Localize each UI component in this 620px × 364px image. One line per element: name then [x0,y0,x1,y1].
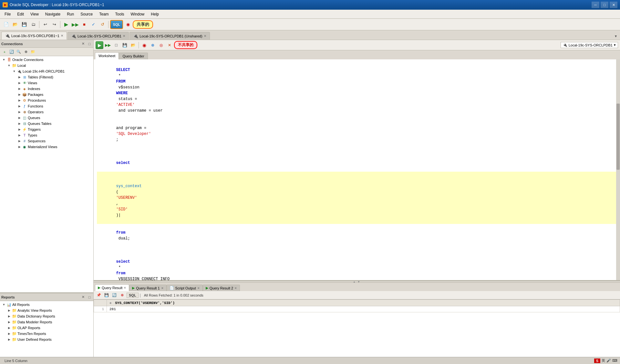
sql-commit-btn[interactable]: ◎ [157,41,165,49]
menu-help[interactable]: Help [148,11,162,18]
result-tab-query[interactable]: ▶ Query Result ✕ [95,284,129,291]
connections-close-btn[interactable]: ✕ [80,41,86,46]
query-builder-tab[interactable]: Query Builder [119,53,148,59]
conn-tab-1[interactable]: 🔌 Local-19c-SYS-ORCLPDB1~1 ✕ [1,32,67,40]
redo-button[interactable]: ↪ [50,20,58,29]
sql-open-btn[interactable]: 📂 [129,41,137,49]
commit-button[interactable]: ✓ [89,20,98,29]
tree-procedures[interactable]: ▶ ⚙ Procedures [0,97,93,103]
rollback-button[interactable]: ↺ [98,20,107,29]
close-button[interactable]: ✕ [610,2,617,8]
connections-detach-btn[interactable]: □ [87,41,92,46]
expander-user-reports[interactable]: ▶ [6,337,12,342]
expander-functions[interactable]: ▶ [17,104,22,109]
tree-queues-tables[interactable]: ▶ ⊟ Queues Tables [0,121,93,126]
menu-edit[interactable]: Edit [14,11,27,18]
sql-disconnect-btn[interactable]: ⊗ [149,41,157,49]
tree-sequences[interactable]: ▶ # Sequences [0,138,93,144]
result-tab-query1[interactable]: ▶ Query Result 1 ✕ [129,285,166,291]
sql-stop-btn[interactable]: ⊡ [112,41,120,49]
sql-run-script-btn[interactable]: ▶▶ [104,41,112,49]
result-tab-script[interactable]: 📄 Script Output ✕ [167,285,203,291]
expander-oracle[interactable]: ▼ [1,57,6,62]
conn-refresh-btn[interactable]: 🔄 [8,49,15,55]
tree-olap-reports[interactable]: ▶ 📁 OLAP Reports [0,325,93,331]
menu-source[interactable]: Source [77,11,96,18]
tree-views[interactable]: ▶ 👁 Views [0,80,93,86]
undo-button[interactable]: ↩ [41,20,49,29]
open-button[interactable]: 📂 [11,20,19,29]
expander-data-dict[interactable]: ▶ [6,314,12,319]
sql-connect-btn[interactable]: ◉ [140,41,148,49]
stop-button[interactable]: ■ [80,20,88,29]
tree-triggers[interactable]: ▶ ⚡ Triggers [0,126,93,132]
expander-mat-views[interactable]: ▶ [17,144,22,149]
tree-user-reports[interactable]: ▶ 📁 User Defined Reports [0,337,93,342]
history-button[interactable]: ◉ [124,20,132,29]
sql-save-btn[interactable]: 💾 [121,41,129,49]
menu-view[interactable]: View [27,11,42,18]
tree-connection-hr[interactable]: ▼ 🔌 Local-19c-HR-ORCLPDB1 [0,68,93,74]
expander-operators[interactable]: ▶ [17,109,22,115]
tree-all-reports[interactable]: ▼ 📊 All Reports [0,302,93,308]
tabs-overflow[interactable]: ▾ [613,33,619,40]
expander-analytic[interactable]: ▶ [6,308,12,313]
conn-add-btn[interactable]: + [1,49,8,55]
expander-indexes[interactable]: ▶ [17,86,22,91]
result-tab-query1-close[interactable]: ✕ [161,287,164,290]
result-pin-btn[interactable]: 📌 [96,292,102,298]
save-all-button[interactable]: 🗂 [29,20,37,29]
new-button[interactable]: 📄 [2,20,10,29]
result-refresh-btn[interactable]: 🔄 [111,292,118,298]
conn-schema-btn[interactable]: ⊕ [23,49,29,55]
tree-packages[interactable]: ▶ 📦 Packages [0,92,93,97]
expander-sequences[interactable]: ▶ [17,138,22,144]
minimize-button[interactable]: ─ [592,2,599,8]
run-button[interactable]: ▶ [62,20,70,29]
result-save-btn[interactable]: 💾 [103,292,110,298]
expander-triggers[interactable]: ▶ [17,127,22,132]
expander-timesten[interactable]: ▶ [6,331,12,336]
result-tab-query2[interactable]: ▶ Query Result 2 ✕ [203,285,240,291]
tree-types[interactable]: ▶ T Types [0,132,93,138]
sql-connection-button[interactable]: SQL [110,20,123,29]
conn-tab-2[interactable]: 🔌 Local-19c-SYS-ORCLPDB1 ✕ [67,32,129,40]
tree-timesten-reports[interactable]: ▶ 📁 TimesTen Reports [0,331,93,337]
expander-hr[interactable]: ▼ [12,69,17,74]
tree-data-modeler-reports[interactable]: ▶ 📁 Data Modeler Reports [0,319,93,325]
reports-detach-btn[interactable]: □ [87,295,92,300]
sql-run-button[interactable]: ▶ [96,41,103,49]
conn-tab-2-close[interactable]: ✕ [123,34,125,38]
conn-tab-3[interactable]: 🔌 Local-19c-SYS-ORCLPDB1 (Unshared) ✕ [129,32,210,40]
expander-procedures[interactable]: ▶ [17,98,22,103]
worksheet-tab[interactable]: Worksheet [95,52,119,59]
sql-clear-btn[interactable]: ✕ [166,41,173,49]
menu-window[interactable]: Window [128,11,148,18]
save-button[interactable]: 💾 [20,20,28,29]
menu-navigate[interactable]: Navigate [42,11,64,18]
reports-close-btn[interactable]: ✕ [80,295,86,300]
expander-data-modeler[interactable]: ▶ [6,319,12,325]
result-tab-query-close[interactable]: ✕ [124,286,126,289]
expander-local[interactable]: ▼ [6,63,12,68]
expander-queues-tables[interactable]: ▶ [17,121,22,126]
expander-tables[interactable]: ▶ [17,75,22,80]
tree-oracle-connections[interactable]: ▼ 🗄 Oracle Connections [0,57,93,63]
tree-analytic-reports[interactable]: ▶ 📁 Analytic View Reports [0,308,93,313]
result-stop-btn[interactable]: ⊗ [119,292,125,298]
tree-local-folder[interactable]: ▼ 📁 Local [0,63,93,68]
result-tab-script-close[interactable]: ✕ [197,287,200,290]
conn-tab-3-close[interactable]: ✕ [204,34,206,38]
run-script-button[interactable]: ▶▶ [71,20,79,29]
conn-folder-btn[interactable]: 📁 [30,49,36,55]
tree-queues[interactable]: ▶ ◫ Queues [0,115,93,121]
menu-team[interactable]: Team [96,11,112,18]
menu-tools[interactable]: Tools [112,11,128,18]
result-tab-query2-close[interactable]: ✕ [234,287,237,290]
tree-data-dict-reports[interactable]: ▶ 📁 Data Dictionary Reports [0,313,93,319]
tree-materialized-views[interactable]: ▶ ◉ Materialized Views [0,144,93,150]
expander-olap[interactable]: ▶ [6,325,12,330]
sql-editor[interactable]: SELECT * FROM v$session WHERE status = '… [94,59,620,281]
conn-filter-btn[interactable]: 🔍 [16,49,22,55]
conn-tab-1-close[interactable]: ✕ [61,34,63,37]
